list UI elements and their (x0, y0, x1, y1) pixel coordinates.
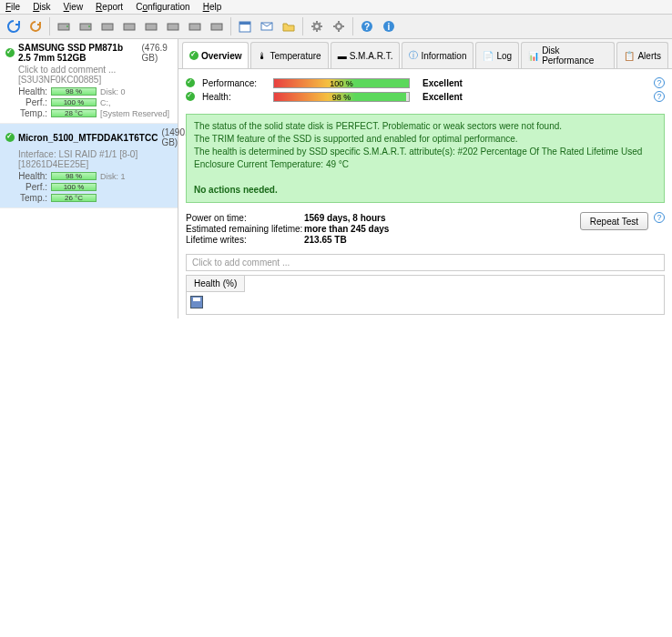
chart-tab-health[interactable]: Health (%) (187, 276, 245, 292)
check-icon (5, 48, 15, 57)
temp-bar: 26 °C (51, 194, 97, 202)
lifetime-writes: 213.65 TB (304, 235, 347, 245)
disk-sidebar: SAMSUNG SSD PM871b 2.5 7mm 512GB (476.9 … (0, 39, 178, 318)
info-icon: ⓘ (409, 49, 418, 62)
menu-file[interactable]: File (5, 2, 20, 12)
check-icon (5, 133, 15, 142)
svg-rect-5 (124, 24, 135, 30)
status-box: The status of the solid state disk is PE… (186, 114, 665, 203)
refresh-all-icon[interactable] (25, 16, 46, 36)
help-icon[interactable]: ? (654, 212, 665, 223)
svg-rect-6 (146, 24, 157, 30)
log-icon: 📄 (483, 51, 494, 61)
chart-icon: 📊 (528, 51, 539, 61)
folder-open-icon[interactable] (279, 16, 299, 36)
performance-bar: 100 % (273, 78, 410, 88)
drive4-icon[interactable] (119, 16, 139, 36)
perf-bar: 100 % (51, 98, 97, 106)
svg-point-3 (88, 25, 90, 27)
check-icon (186, 92, 195, 101)
save-icon[interactable] (190, 296, 203, 308)
check-icon (189, 51, 199, 60)
menu-configuration[interactable]: Configuration (136, 2, 190, 12)
gear-icon[interactable] (307, 16, 327, 36)
svg-text:i: i (388, 22, 391, 32)
disk-capacity: (476.9 GB) (142, 43, 172, 63)
disk-item-1[interactable]: Micron_5100_MTFDDAK1T6TCC (1490.4 GB) In… (0, 124, 178, 208)
tab-disk-performance[interactable]: 📊Disk Performance (521, 42, 615, 68)
refresh-icon[interactable] (4, 16, 24, 36)
menu-report[interactable]: Report (96, 2, 123, 12)
repeat-test-button[interactable]: Repeat Test (580, 212, 648, 230)
help-icon[interactable]: ? (654, 91, 665, 102)
drive1-icon[interactable] (54, 16, 74, 36)
tab-temperature[interactable]: 🌡Temperature (250, 42, 328, 68)
comment-input[interactable]: Click to add comment ... (186, 254, 665, 271)
remaining-lifetime: more than 245 days (304, 224, 389, 234)
health-bar: 98 % (51, 87, 97, 96)
help-icon[interactable]: ? (357, 16, 377, 36)
calendar-icon[interactable] (235, 16, 255, 36)
perf-label: Performance: (202, 78, 266, 88)
content-panel: Overview 🌡Temperature ▬S.M.A.R.T. ⓘInfor… (178, 39, 672, 318)
menubar: File Disk View Report Configuration Help (0, 0, 672, 15)
disk-item-0[interactable]: SAMSUNG SSD PM871b 2.5 7mm 512GB (476.9 … (0, 39, 178, 124)
tab-log[interactable]: 📄Log (475, 42, 519, 68)
svg-rect-8 (189, 24, 200, 30)
metrics: Performance: 100 % Excellent ? Health: 9… (178, 69, 672, 110)
drive3-icon[interactable] (97, 16, 117, 36)
disk-serial: [S3U3NF0KC00885] (18, 75, 101, 85)
tab-smart[interactable]: ▬S.M.A.R.T. (331, 42, 401, 68)
disk-name: SAMSUNG SSD PM871b 2.5 7mm 512GB (18, 43, 138, 63)
chart-area: Health (%) (186, 275, 665, 315)
health-status: Excellent (423, 92, 463, 102)
svg-rect-11 (239, 22, 250, 25)
disk-interface: Interface: LSI RAID #1/1 [8-0] (18, 149, 137, 159)
drive6-icon[interactable] (163, 16, 183, 36)
disk-comment[interactable]: Click to add comment ... (18, 65, 116, 75)
alerts-icon: 📋 (624, 51, 635, 61)
power-on-time: 1569 days, 8 hours (304, 213, 386, 223)
svg-rect-7 (168, 24, 178, 30)
status-action: No actions needed. (194, 184, 657, 197)
gear2-icon[interactable] (329, 16, 349, 36)
menu-view[interactable]: View (64, 2, 84, 12)
temp-bar: 28 °C (51, 109, 97, 117)
perf-status: Excellent (423, 78, 463, 88)
menu-help[interactable]: Help (203, 2, 222, 12)
svg-text:?: ? (364, 22, 370, 32)
tab-alerts[interactable]: 📋Alerts (616, 42, 668, 68)
tab-overview[interactable]: Overview (182, 42, 249, 68)
thermometer-icon: 🌡 (258, 51, 267, 61)
tabs: Overview 🌡Temperature ▬S.M.A.R.T. ⓘInfor… (178, 39, 672, 69)
svg-point-14 (336, 24, 341, 29)
tab-information[interactable]: ⓘInformation (402, 42, 473, 68)
toolbar: ? i (0, 15, 672, 39)
info-block: Power on time:1569 days, 8 hours Estimat… (178, 207, 672, 251)
disk-name: Micron_5100_MTFDDAK1T6TCC (18, 133, 158, 143)
check-icon (186, 78, 195, 87)
menu-disk[interactable]: Disk (33, 2, 50, 12)
perf-bar: 100 % (51, 183, 97, 191)
smart-icon: ▬ (338, 51, 347, 61)
health-bar: 98 % (273, 92, 410, 102)
health-bar: 98 % (51, 172, 97, 180)
health-label: Health: (202, 92, 266, 102)
drive8-icon[interactable] (207, 16, 227, 36)
info-icon[interactable]: i (379, 16, 399, 36)
svg-rect-9 (211, 24, 222, 30)
svg-point-13 (314, 24, 320, 29)
mail-icon[interactable] (257, 16, 277, 36)
help-icon[interactable]: ? (654, 77, 665, 88)
drive7-icon[interactable] (185, 16, 205, 36)
drive5-icon[interactable] (141, 16, 161, 36)
svg-point-1 (66, 25, 68, 27)
disk-serial: [18261D4EE25E] (18, 159, 88, 169)
drive2-icon[interactable] (76, 16, 96, 36)
svg-rect-4 (102, 24, 113, 30)
